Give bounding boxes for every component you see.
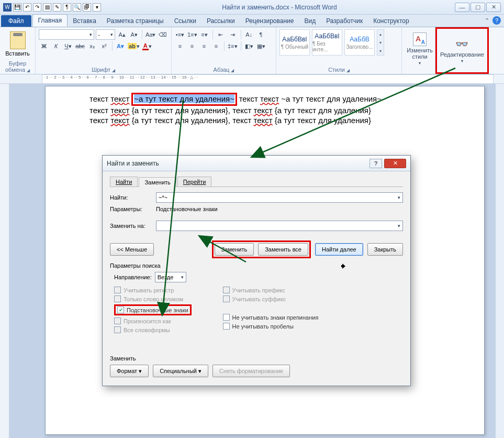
style-nospacing[interactable]: АаБбВвІ¶ Без инте... [312,29,342,56]
check-ignore-space[interactable]: Не учитывать пробелы [223,323,319,330]
qat-icon[interactable]: 🔍 [73,3,81,12]
change-styles-button[interactable]: A A Изменить стили ▾ [405,29,434,65]
styles-more-button[interactable]: ▴▾▾ [377,29,384,56]
font-family-combo[interactable]: ▾ [39,29,94,40]
undo-icon[interactable]: ↶ [23,3,31,12]
replace-button[interactable]: Заменить [215,243,254,256]
dialog-title-bar[interactable]: Найти и заменить ? ✕ [103,156,410,171]
line-spacing-button[interactable]: ‡≡▾ [227,41,238,51]
style-heading[interactable]: АаБбВЗаголово... [344,29,375,56]
qat-icon[interactable]: ✎ [53,3,61,12]
ribbon-tabs: Файл Главная Вставка Разметка страницы С… [0,15,504,27]
close-button[interactable]: ✕ [486,3,501,12]
redo-icon[interactable]: ↷ [33,3,41,12]
tab-file[interactable]: Файл [1,15,31,27]
group-font-label: Шрифт [92,67,110,73]
group-editing[interactable]: 👓 Редактирование ▾ [435,27,489,74]
align-center-button[interactable]: ≡ [187,41,197,51]
numbering-button[interactable]: 1≡▾ [187,29,198,40]
decrease-indent-button[interactable]: ⇤ [216,29,226,40]
no-format-button: Снять форматирование [212,365,290,377]
shading-button[interactable]: ◧▾ [244,41,254,51]
align-right-button[interactable]: ≡ [199,41,209,51]
vertical-scrollbar[interactable] [495,84,504,438]
find-next-button[interactable]: Найти далее [315,243,363,256]
group-clipboard-label: Буфер обмена [5,60,26,73]
horizontal-ruler[interactable]: · 1 · · 2 · · 3 · · 4 · · 5 · · 6 · · 7 … [0,74,504,84]
font-color-button[interactable]: A▾ [142,41,152,51]
qat-icon[interactable]: ▤ [43,3,51,12]
special-button[interactable]: Специальный ▾ [153,365,208,377]
minimize-ribbon-icon[interactable]: ⌃ [485,17,489,24]
find-label: Найти: [110,194,156,201]
replace-input[interactable]: ▾ [156,221,403,231]
dialog-help-button[interactable]: ? [369,159,382,168]
bullets-button[interactable]: •≡▾ [175,29,185,40]
styles-gallery[interactable]: АаБбВвІ¶ Обычный АаБбВвІ¶ Без инте... Аа… [279,29,384,56]
qat-icon[interactable]: ¶ [63,3,71,12]
paste-button[interactable]: Вставить [7,29,28,57]
tab-mailings[interactable]: Рассылки [201,15,240,27]
tab-developer[interactable]: Разработчик [321,15,368,27]
qat-icon[interactable]: 🗐 [83,3,91,12]
dialog-close-button[interactable]: ✕ [384,159,406,168]
text-effects-button[interactable]: A▾ [115,41,126,51]
tab-insert[interactable]: Вставка [68,15,102,27]
check-suffix: Учитывать суффикс [223,295,319,302]
tab-review[interactable]: Рецензирование [240,15,299,27]
strike-button[interactable]: abc [75,41,85,51]
word-app-icon[interactable]: W [3,3,12,12]
find-input[interactable]: ~*~▾ [156,192,403,203]
tab-goto[interactable]: Перейти [177,177,212,187]
search-params-label: Параметры поиска [110,262,403,269]
replace-section-label: Заменить [110,355,403,362]
style-normal[interactable]: АаБбВвІ¶ Обычный [279,29,310,56]
subscript-button[interactable]: x₂ [87,41,97,51]
cancel-button[interactable]: Закрыть [367,243,403,256]
direction-combo[interactable]: Везде▾ [155,272,186,282]
grow-font-button[interactable]: A▴ [117,29,127,40]
change-styles-icon: A A [413,32,427,46]
highlight-button[interactable]: ab▾ [127,41,140,51]
tab-layout[interactable]: Разметка страницы [102,15,169,27]
minimize-button[interactable]: ― [455,3,469,12]
replace-all-button[interactable]: Заменить все [258,243,308,256]
less-button[interactable]: << Меньше [110,243,154,256]
maximize-button[interactable]: ▢ [471,3,485,12]
align-left-button[interactable]: ≡ [175,41,185,51]
tab-design[interactable]: Конструктор [368,15,414,27]
superscript-button[interactable]: x² [99,41,109,51]
paste-label: Вставить [5,50,30,57]
shrink-font-button[interactable]: A▾ [129,29,139,40]
italic-button[interactable]: К [51,41,61,51]
justify-button[interactable]: ≡ [211,41,221,51]
check-ignore-punct[interactable]: Не учитывать знаки препинания [223,314,319,321]
borders-button[interactable]: ▦▾ [256,41,266,51]
multilevel-button[interactable]: ≡▾ [199,29,210,40]
document-line: текст текст {а тут текст для удаления}, … [89,116,440,126]
font-size-combo[interactable]: -▾ [96,29,115,40]
direction-label: Направление: [114,274,152,280]
increase-indent-button[interactable]: ⇥ [228,29,238,40]
underline-button[interactable]: Ч▾ [63,41,73,51]
tab-home[interactable]: Главная [32,14,68,27]
vertical-ruler[interactable] [0,84,9,438]
sort-button[interactable]: A↓ [244,29,254,40]
tab-replace[interactable]: Заменить [139,177,176,187]
params-value: Подстановочные знаки [156,206,218,212]
show-marks-button[interactable]: ¶ [256,29,266,40]
clear-format-button[interactable]: ⌫ [158,29,168,40]
qat-customize-icon[interactable]: ▾ [93,3,101,12]
check-wildcards[interactable]: ✔Подстановочные знаки [117,306,188,313]
tab-references[interactable]: Ссылки [169,15,201,27]
change-case-button[interactable]: Aa▾ [145,29,156,40]
dialog-title: Найти и заменить [107,160,367,167]
tab-view[interactable]: Вид [299,15,321,27]
params-label: Параметры: [110,206,156,212]
bold-button[interactable]: Ж [39,41,49,51]
save-icon[interactable]: 💾 [13,3,21,12]
quick-access-toolbar: W 💾 ↶ ↷ ▤ ✎ ¶ 🔍 🗐 ▾ [0,3,104,12]
help-icon[interactable]: ? [492,16,501,25]
tab-find[interactable]: Найти [110,177,138,187]
format-button[interactable]: Формат ▾ [110,365,149,377]
